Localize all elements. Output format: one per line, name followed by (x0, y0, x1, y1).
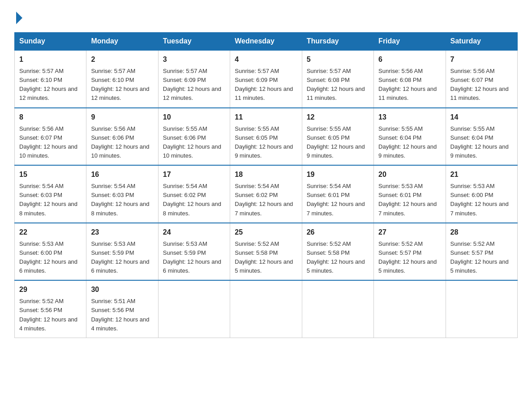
calendar-day-cell: 9 Sunrise: 5:56 AMSunset: 6:06 PMDayligh… (86, 108, 158, 166)
calendar-day-cell: 20 Sunrise: 5:53 AMSunset: 6:01 PMDaylig… (374, 165, 446, 223)
day-number: 27 (378, 227, 441, 238)
calendar-day-cell: 25 Sunrise: 5:52 AMSunset: 5:58 PMDaylig… (230, 223, 302, 281)
day-info: Sunrise: 5:56 AMSunset: 6:07 PMDaylight:… (450, 68, 509, 101)
day-info: Sunrise: 5:57 AMSunset: 6:10 PMDaylight:… (19, 68, 77, 101)
page-header (14, 11, 518, 24)
calendar-day-cell: 14 Sunrise: 5:55 AMSunset: 6:04 PMDaylig… (446, 108, 517, 166)
calendar-day-cell: 7 Sunrise: 5:56 AMSunset: 6:07 PMDayligh… (446, 50, 517, 108)
calendar-day-cell: 26 Sunrise: 5:52 AMSunset: 5:58 PMDaylig… (302, 223, 373, 281)
day-number: 19 (307, 169, 369, 180)
day-info: Sunrise: 5:57 AMSunset: 6:10 PMDaylight:… (91, 68, 149, 101)
calendar-table: SundayMondayTuesdayWednesdayThursdayFrid… (14, 32, 518, 338)
calendar-day-cell (446, 280, 517, 338)
calendar-day-cell: 4 Sunrise: 5:57 AMSunset: 6:09 PMDayligh… (230, 50, 302, 108)
day-info: Sunrise: 5:54 AMSunset: 6:01 PMDaylight:… (307, 183, 365, 216)
logo-arrow-icon (16, 12, 22, 24)
calendar-day-cell: 15 Sunrise: 5:54 AMSunset: 6:03 PMDaylig… (15, 165, 86, 223)
calendar-day-cell: 6 Sunrise: 5:56 AMSunset: 6:08 PMDayligh… (374, 50, 446, 108)
day-number: 26 (307, 227, 369, 238)
weekday-header-saturday: Saturday (446, 33, 517, 51)
calendar-day-cell: 5 Sunrise: 5:57 AMSunset: 6:08 PMDayligh… (302, 50, 373, 108)
calendar-day-cell: 22 Sunrise: 5:53 AMSunset: 6:00 PMDaylig… (15, 223, 86, 281)
day-info: Sunrise: 5:52 AMSunset: 5:58 PMDaylight:… (235, 240, 293, 274)
day-info: Sunrise: 5:56 AMSunset: 6:08 PMDaylight:… (378, 68, 437, 101)
day-info: Sunrise: 5:56 AMSunset: 6:07 PMDaylight:… (19, 125, 77, 159)
day-number: 16 (91, 169, 153, 180)
day-number: 3 (163, 54, 225, 65)
day-info: Sunrise: 5:52 AMSunset: 5:57 PMDaylight:… (450, 240, 509, 274)
day-number: 20 (378, 169, 441, 180)
weekday-header-tuesday: Tuesday (158, 33, 230, 51)
calendar-day-cell (230, 280, 302, 338)
calendar-day-cell: 23 Sunrise: 5:53 AMSunset: 5:59 PMDaylig… (86, 223, 158, 281)
day-number: 10 (163, 112, 225, 123)
day-number: 23 (91, 227, 153, 238)
day-number: 17 (163, 169, 225, 180)
calendar-day-cell: 2 Sunrise: 5:57 AMSunset: 6:10 PMDayligh… (86, 50, 158, 108)
calendar-day-cell: 13 Sunrise: 5:55 AMSunset: 6:04 PMDaylig… (374, 108, 446, 166)
logo (14, 11, 22, 24)
weekday-header-thursday: Thursday (302, 33, 373, 51)
day-number: 4 (235, 54, 297, 65)
day-number: 1 (19, 54, 82, 65)
calendar-day-cell (302, 280, 373, 338)
day-number: 14 (450, 112, 513, 123)
weekday-header-monday: Monday (86, 33, 158, 51)
day-number: 9 (91, 112, 153, 123)
day-number: 25 (235, 227, 297, 238)
day-number: 15 (19, 169, 82, 180)
day-info: Sunrise: 5:52 AMSunset: 5:56 PMDaylight:… (19, 298, 77, 331)
day-info: Sunrise: 5:56 AMSunset: 6:06 PMDaylight:… (91, 125, 149, 159)
calendar-day-cell: 24 Sunrise: 5:53 AMSunset: 5:59 PMDaylig… (158, 223, 230, 281)
weekday-header-sunday: Sunday (15, 33, 86, 51)
calendar-week-row: 1 Sunrise: 5:57 AMSunset: 6:10 PMDayligh… (15, 50, 518, 108)
day-info: Sunrise: 5:55 AMSunset: 6:05 PMDaylight:… (235, 125, 293, 159)
calendar-week-row: 15 Sunrise: 5:54 AMSunset: 6:03 PMDaylig… (15, 165, 518, 223)
day-number: 29 (19, 284, 82, 295)
calendar-day-cell: 8 Sunrise: 5:56 AMSunset: 6:07 PMDayligh… (15, 108, 86, 166)
calendar-day-cell: 12 Sunrise: 5:55 AMSunset: 6:05 PMDaylig… (302, 108, 373, 166)
calendar-day-cell (374, 280, 446, 338)
day-info: Sunrise: 5:51 AMSunset: 5:56 PMDaylight:… (91, 298, 149, 331)
day-number: 11 (235, 112, 297, 123)
calendar-week-row: 29 Sunrise: 5:52 AMSunset: 5:56 PMDaylig… (15, 280, 518, 338)
calendar-day-cell: 28 Sunrise: 5:52 AMSunset: 5:57 PMDaylig… (446, 223, 517, 281)
day-info: Sunrise: 5:54 AMSunset: 6:02 PMDaylight:… (163, 183, 221, 216)
calendar-week-row: 8 Sunrise: 5:56 AMSunset: 6:07 PMDayligh… (15, 108, 518, 166)
day-number: 24 (163, 227, 225, 238)
calendar-day-cell: 3 Sunrise: 5:57 AMSunset: 6:09 PMDayligh… (158, 50, 230, 108)
day-number: 5 (307, 54, 369, 65)
calendar-day-cell: 1 Sunrise: 5:57 AMSunset: 6:10 PMDayligh… (15, 50, 86, 108)
calendar-day-cell: 19 Sunrise: 5:54 AMSunset: 6:01 PMDaylig… (302, 165, 373, 223)
calendar-week-row: 22 Sunrise: 5:53 AMSunset: 6:00 PMDaylig… (15, 223, 518, 281)
weekday-header-row: SundayMondayTuesdayWednesdayThursdayFrid… (15, 33, 518, 51)
day-number: 12 (307, 112, 369, 123)
calendar-day-cell: 17 Sunrise: 5:54 AMSunset: 6:02 PMDaylig… (158, 165, 230, 223)
day-info: Sunrise: 5:53 AMSunset: 6:01 PMDaylight:… (378, 183, 437, 216)
day-info: Sunrise: 5:54 AMSunset: 6:02 PMDaylight:… (235, 183, 293, 216)
day-info: Sunrise: 5:52 AMSunset: 5:58 PMDaylight:… (307, 240, 365, 274)
weekday-header-wednesday: Wednesday (230, 33, 302, 51)
weekday-header-friday: Friday (374, 33, 446, 51)
calendar-day-cell: 11 Sunrise: 5:55 AMSunset: 6:05 PMDaylig… (230, 108, 302, 166)
day-number: 18 (235, 169, 297, 180)
day-info: Sunrise: 5:54 AMSunset: 6:03 PMDaylight:… (91, 183, 149, 216)
day-number: 7 (450, 54, 513, 65)
day-number: 2 (91, 54, 153, 65)
day-number: 28 (450, 227, 513, 238)
calendar-day-cell: 29 Sunrise: 5:52 AMSunset: 5:56 PMDaylig… (15, 280, 86, 338)
day-info: Sunrise: 5:55 AMSunset: 6:06 PMDaylight:… (163, 125, 221, 159)
day-info: Sunrise: 5:52 AMSunset: 5:57 PMDaylight:… (378, 240, 437, 274)
day-info: Sunrise: 5:57 AMSunset: 6:09 PMDaylight:… (235, 68, 293, 101)
day-number: 8 (19, 112, 82, 123)
day-number: 21 (450, 169, 513, 180)
day-info: Sunrise: 5:54 AMSunset: 6:03 PMDaylight:… (19, 183, 77, 216)
calendar-day-cell: 30 Sunrise: 5:51 AMSunset: 5:56 PMDaylig… (86, 280, 158, 338)
day-info: Sunrise: 5:55 AMSunset: 6:05 PMDaylight:… (307, 125, 365, 159)
day-info: Sunrise: 5:53 AMSunset: 6:00 PMDaylight:… (19, 240, 77, 274)
day-number: 6 (378, 54, 441, 65)
calendar-day-cell (158, 280, 230, 338)
calendar-day-cell: 21 Sunrise: 5:53 AMSunset: 6:00 PMDaylig… (446, 165, 517, 223)
day-number: 22 (19, 227, 82, 238)
day-info: Sunrise: 5:53 AMSunset: 5:59 PMDaylight:… (163, 240, 221, 274)
